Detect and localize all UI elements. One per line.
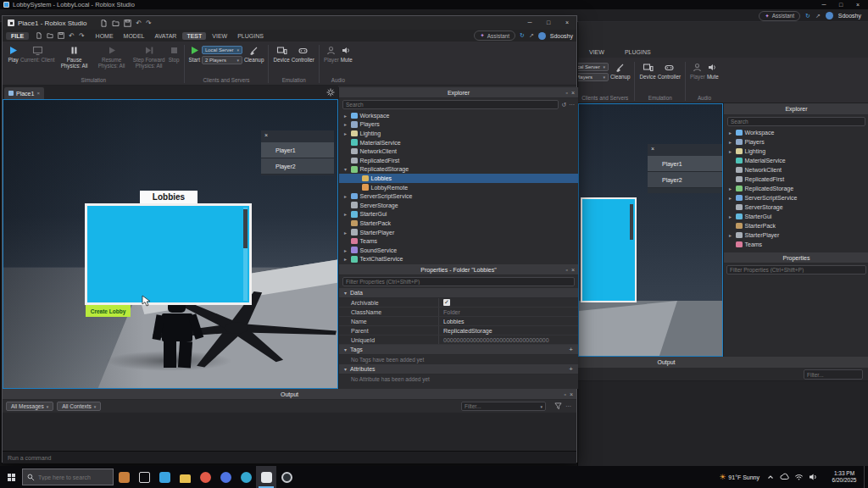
close-icon[interactable]: ×: [264, 132, 268, 138]
chevron-right-icon[interactable]: ▸: [342, 113, 348, 119]
assistant-button[interactable]: ✦ Assistant: [474, 30, 515, 41]
explorer-item-soundservice[interactable]: ▸SoundService: [339, 246, 578, 255]
player-count-dropdown[interactable]: 2 Players ▾: [577, 73, 609, 81]
player-count-dropdown[interactable]: 2 Players ▾: [202, 56, 242, 64]
explorer-item-starterpack[interactable]: StarterPack: [339, 219, 578, 228]
command-bar[interactable]: [3, 451, 576, 463]
undo-icon[interactable]: ↶: [136, 19, 142, 27]
user-name[interactable]: Sdooshy: [550, 33, 573, 39]
document-tab-place1[interactable]: Place1 ×: [4, 87, 44, 99]
redo-icon[interactable]: ↷: [79, 32, 85, 40]
explorer-item-lighting[interactable]: ▸Lighting: [724, 147, 868, 156]
explorer-item-serverscriptservice[interactable]: ▸ServerScriptService: [339, 191, 578, 201]
explorer-search-box[interactable]: [727, 117, 865, 126]
add-attribute-button[interactable]: +: [569, 365, 573, 373]
explorer-search-input[interactable]: [346, 102, 555, 108]
current-client-button[interactable]: Current: Client: [20, 43, 55, 63]
pin-icon[interactable]: ▫: [565, 267, 567, 273]
contexts-filter-dropdown[interactable]: All Contexts ▾: [57, 402, 101, 411]
taskbar-app-roblox-studio[interactable]: [256, 466, 276, 488]
taskbar-app-edge-browser[interactable]: [236, 466, 256, 488]
explorer-item-startergui[interactable]: ▸StarterGui: [339, 210, 578, 219]
player-list-item[interactable]: Player1: [648, 156, 722, 172]
sync-icon[interactable]: ↻: [805, 13, 810, 19]
taskbar-search[interactable]: [22, 469, 114, 485]
assistant-button[interactable]: ✦ Assistant: [759, 11, 800, 21]
explorer-item-startergui[interactable]: ▸StarterGui: [724, 212, 868, 221]
more-options-icon[interactable]: ⋯: [569, 102, 575, 108]
chevron-right-icon[interactable]: ▸: [727, 195, 733, 201]
archivable-checkbox[interactable]: ✓: [443, 299, 450, 306]
cleanup-button[interactable]: Cleanup: [610, 60, 630, 80]
chevron-right-icon[interactable]: ▸: [342, 230, 348, 236]
explorer-item-replicatedstorage[interactable]: ▸ReplicatedStorage: [724, 184, 868, 193]
explorer-item-materialservice[interactable]: MaterialService: [724, 156, 868, 165]
explorer-item-teams[interactable]: Teams: [339, 236, 578, 246]
start-button[interactable]: [0, 466, 22, 488]
funnel-icon[interactable]: [554, 402, 562, 410]
file-menu[interactable]: FILE: [6, 32, 29, 40]
pin-icon[interactable]: ▫: [564, 391, 565, 397]
viewport-settings-gear-icon[interactable]: [326, 88, 335, 97]
user-name[interactable]: Sdooshy: [838, 13, 861, 19]
messages-filter-dropdown[interactable]: All Messages ▾: [6, 402, 53, 411]
more-options-icon[interactable]: ⋯: [565, 403, 571, 410]
tray-volume-icon[interactable]: [809, 473, 818, 481]
mute-button[interactable]: Mute: [707, 60, 719, 80]
explorer-item-serverstorage[interactable]: ServerStorage: [339, 201, 578, 210]
chevron-right-icon[interactable]: ▸: [342, 130, 348, 136]
controller-button[interactable]: Controller: [292, 43, 314, 63]
save-icon[interactable]: [124, 19, 131, 27]
explorer-item-networkclient[interactable]: NetworkClient: [339, 147, 578, 156]
chevron-right-icon[interactable]: ▸: [727, 148, 733, 154]
output-filter-box[interactable]: ▾: [461, 402, 546, 411]
property-value[interactable]: Lobbies: [439, 317, 578, 325]
taskbar-app-task-view[interactable]: [134, 466, 154, 488]
explorer-item-teams[interactable]: Teams: [724, 240, 868, 249]
properties-filter-input[interactable]: [730, 267, 863, 273]
tray-chevron-up-icon[interactable]: [766, 473, 775, 481]
player-list-item[interactable]: Player2: [261, 158, 334, 175]
taskbar-clock[interactable]: 1:33 PM 6/20/2025: [825, 470, 864, 485]
chevron-right-icon[interactable]: ▸: [342, 211, 348, 217]
sync-icon[interactable]: ↻: [520, 32, 525, 39]
tab-plugins[interactable]: PLUGINS: [620, 48, 655, 56]
cleanup-button[interactable]: Cleanup: [244, 43, 264, 63]
save-icon[interactable]: [58, 32, 64, 39]
controller-button[interactable]: Controller: [658, 60, 681, 80]
scrollbar-thumb[interactable]: [243, 209, 248, 248]
device-button[interactable]: Device: [273, 43, 289, 63]
explorer-search-box[interactable]: [342, 100, 559, 109]
tab-view[interactable]: VIEW: [585, 48, 609, 56]
close-icon[interactable]: ×: [651, 146, 654, 152]
server-type-dropdown[interactable]: Local Server ▾: [577, 63, 609, 71]
explorer-item-players[interactable]: ▸Players: [724, 137, 868, 147]
explorer-item-workspace[interactable]: ▸Workspace: [724, 128, 868, 137]
player-audio-button[interactable]: Player: [324, 43, 339, 63]
explorer-item-replicatedfirst[interactable]: ReplicatedFirst: [339, 156, 578, 165]
explorer-item-replicatedfirst[interactable]: ReplicatedFirst: [724, 175, 868, 184]
taskbar-app-app-blue[interactable]: [215, 466, 236, 488]
taskbar-search-input[interactable]: [38, 474, 106, 480]
maximize-button[interactable]: □: [834, 2, 848, 8]
new-file-icon[interactable]: [36, 32, 42, 39]
explorer-item-lobbyremote[interactable]: LobbyRemote: [339, 183, 578, 192]
chevron-right-icon[interactable]: ▸: [342, 247, 348, 253]
close-button[interactable]: ×: [558, 16, 576, 30]
properties-section-tags[interactable]: ▾ Tags +: [339, 345, 578, 355]
history-icon[interactable]: ↺: [561, 102, 566, 108]
explorer-item-workspace[interactable]: ▸Workspace: [339, 111, 578, 120]
open-file-icon[interactable]: [112, 19, 120, 27]
explorer-item-starterpack[interactable]: StarterPack: [724, 221, 868, 230]
explorer-item-starterplayer[interactable]: ▸StarterPlayer: [724, 230, 868, 240]
resume-physics-button[interactable]: Resume Physics: All: [94, 43, 130, 69]
play-button[interactable]: Play: [8, 43, 19, 63]
output-filter-input[interactable]: [465, 403, 540, 409]
background-3d-viewport[interactable]: × Player1Player2: [578, 103, 723, 357]
tab-test[interactable]: TEST: [182, 32, 206, 40]
explorer-item-replicatedstorage[interactable]: ▾ReplicatedStorage: [339, 165, 578, 175]
3d-viewport[interactable]: Lobbies Create Lobby × Player1Player2: [3, 99, 338, 389]
taskbar-app-obs-app[interactable]: [276, 466, 297, 488]
chevron-right-icon[interactable]: ▸: [342, 121, 348, 127]
chevron-right-icon[interactable]: ▸: [342, 193, 348, 199]
